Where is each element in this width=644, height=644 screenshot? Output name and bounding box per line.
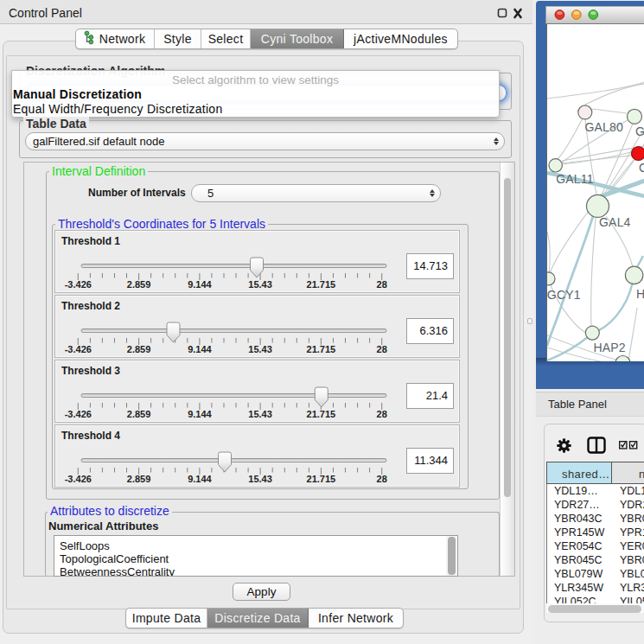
- svg-text:2.859: 2.859: [127, 409, 151, 419]
- svg-text:21.715: 21.715: [307, 344, 336, 354]
- svg-text:H: H: [636, 287, 644, 301]
- svg-text:GAL80: GAL80: [584, 120, 623, 134]
- svg-text:21.715: 21.715: [307, 279, 336, 290]
- svg-text:C: C: [639, 161, 644, 175]
- svg-text:28: 28: [377, 409, 387, 419]
- svg-text:9.144: 9.144: [188, 474, 212, 484]
- svg-text:15.43: 15.43: [248, 474, 272, 484]
- svg-text:2.859: 2.859: [127, 279, 151, 290]
- svg-text:-3.426: -3.426: [65, 409, 92, 419]
- svg-text:GA: GA: [635, 124, 644, 138]
- svg-text:2.859: 2.859: [127, 474, 151, 484]
- svg-text:GCY1: GCY1: [547, 288, 581, 302]
- svg-text:GAL4: GAL4: [599, 215, 631, 229]
- svg-text:21.715: 21.715: [307, 409, 336, 419]
- svg-text:-3.426: -3.426: [65, 279, 92, 290]
- svg-text:9.144: 9.144: [188, 344, 212, 354]
- svg-text:-3.426: -3.426: [65, 474, 92, 484]
- svg-text:15.43: 15.43: [248, 409, 272, 419]
- svg-text:21.715: 21.715: [307, 474, 336, 484]
- svg-text:28: 28: [377, 474, 387, 484]
- svg-text:HAP2: HAP2: [593, 341, 625, 354]
- svg-text:28: 28: [377, 344, 387, 354]
- svg-text:-3.426: -3.426: [65, 344, 92, 354]
- svg-text:15.43: 15.43: [248, 279, 272, 290]
- svg-text:2.859: 2.859: [127, 344, 151, 354]
- svg-text:15.43: 15.43: [248, 344, 272, 354]
- svg-text:9.144: 9.144: [188, 409, 212, 419]
- svg-text:28: 28: [377, 279, 387, 290]
- svg-text:9.144: 9.144: [188, 279, 212, 290]
- svg-text:GAL11: GAL11: [556, 172, 594, 186]
